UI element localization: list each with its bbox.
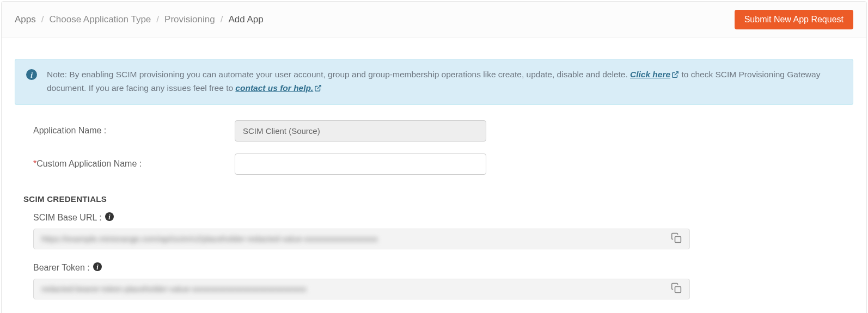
custom-application-name-input[interactable] [235, 154, 486, 175]
banner-text-1: Note: By enabling SCIM provisioning you … [47, 70, 630, 79]
scim-base-url-field: https://example.miniorange.com/api/scim/… [33, 229, 690, 249]
copy-bearer-token-button[interactable] [669, 280, 684, 297]
submit-new-app-button[interactable]: Submit New App Request [735, 10, 853, 29]
scim-base-url-value: https://example.miniorange.com/api/scim/… [41, 234, 669, 243]
info-icon: i [26, 69, 37, 83]
copy-icon [671, 237, 682, 245]
info-icon[interactable]: i [105, 212, 114, 223]
breadcrumb-separator: / [41, 14, 44, 25]
bearer-token-label: Bearer Token : i [33, 262, 853, 273]
info-banner-text: Note: By enabling SCIM provisioning you … [47, 68, 842, 96]
bearer-token-value: redacted-bearer-token-placeholder-value-… [41, 284, 669, 293]
breadcrumb-separator: / [156, 14, 159, 25]
application-name-label: Application Name : [33, 126, 235, 136]
bearer-token-field: redacted-bearer-token-placeholder-value-… [33, 279, 690, 299]
info-icon[interactable]: i [93, 262, 102, 273]
custom-application-name-row: *Custom Application Name : [33, 154, 853, 175]
breadcrumb-separator: / [221, 14, 223, 25]
external-link-icon [671, 69, 679, 82]
click-here-link[interactable]: Click here [630, 70, 679, 79]
scim-credentials-heading: SCIM CREDENTIALS [23, 194, 853, 204]
svg-rect-6 [675, 237, 681, 243]
header-bar: Apps / Choose Application Type / Provisi… [2, 2, 866, 38]
application-name-input [235, 120, 486, 142]
copy-base-url-button[interactable] [669, 230, 684, 247]
breadcrumb-choose-type[interactable]: Choose Application Type [49, 14, 151, 25]
copy-icon [671, 287, 682, 295]
application-name-row: Application Name : [33, 120, 853, 142]
breadcrumb: Apps / Choose Application Type / Provisi… [15, 14, 264, 25]
svg-rect-9 [675, 287, 681, 293]
svg-line-3 [317, 85, 321, 89]
info-banner: i Note: By enabling SCIM provisioning yo… [15, 59, 853, 105]
svg-line-2 [675, 72, 678, 75]
contact-us-link[interactable]: contact us for help. [235, 83, 322, 93]
external-link-icon [314, 83, 322, 95]
custom-application-name-label: *Custom Application Name : [33, 159, 235, 169]
breadcrumb-add-app: Add App [228, 14, 263, 25]
breadcrumb-provisioning[interactable]: Provisioning [164, 14, 215, 25]
scim-base-url-label: SCIM Base URL : i [33, 212, 853, 223]
breadcrumb-apps[interactable]: Apps [15, 14, 36, 25]
